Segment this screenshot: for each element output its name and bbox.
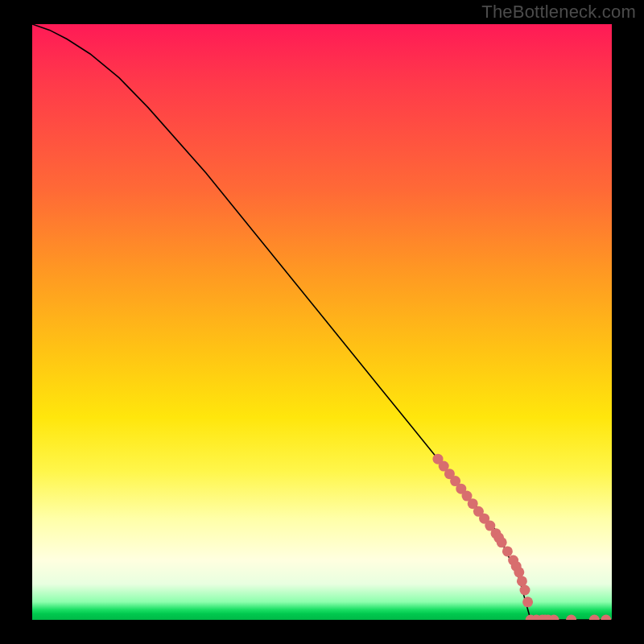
curve-layer	[32, 24, 612, 620]
data-dot	[522, 597, 533, 607]
data-dot	[502, 546, 513, 556]
data-dot	[497, 537, 507, 547]
data-dot	[566, 615, 576, 621]
watermark-text: TheBottleneck.com	[481, 2, 636, 23]
data-dot	[517, 576, 527, 586]
data-dot	[520, 585, 530, 596]
plot-area	[32, 24, 612, 620]
data-dot	[601, 615, 611, 621]
chart-frame: TheBottleneck.com	[0, 0, 644, 644]
chart-overlay-svg	[32, 24, 612, 620]
dots-layer	[433, 454, 612, 620]
data-dot	[514, 567, 524, 577]
bottleneck-curve	[32, 24, 530, 620]
data-dot	[589, 615, 600, 621]
